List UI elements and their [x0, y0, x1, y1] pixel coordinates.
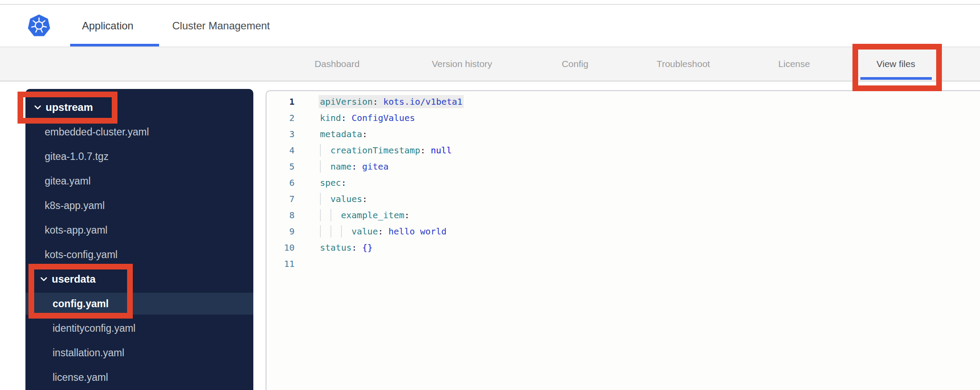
- tab-troubleshoot[interactable]: Troubleshoot: [657, 47, 710, 81]
- tree-file-kots-app[interactable]: kots-app.yaml: [25, 219, 253, 241]
- line-number: 5: [266, 161, 295, 172]
- tree-file-kots-config[interactable]: kots-config.yaml: [25, 244, 253, 266]
- tree-item-label: installation.yaml: [53, 347, 124, 359]
- app-nav: Dashboard Version history Config Trouble…: [0, 47, 980, 82]
- tab-application[interactable]: Application: [82, 5, 133, 46]
- tab-view-files[interactable]: View files: [877, 47, 915, 81]
- tree-file-k8s-app[interactable]: k8s-app.yaml: [25, 195, 253, 216]
- tree-item-label: config.yaml: [53, 298, 109, 310]
- line-number: 6: [266, 177, 295, 188]
- line-number: 9: [266, 226, 295, 237]
- code-line: 7 values:: [266, 191, 980, 207]
- tree-item-label: embedded-cluster.yaml: [45, 126, 149, 138]
- tab-license[interactable]: License: [778, 47, 810, 81]
- line-number: 8: [266, 210, 295, 220]
- tree-item-label: kots-app.yaml: [45, 224, 107, 236]
- line-number: 3: [266, 129, 295, 139]
- tab-config[interactable]: Config: [562, 47, 589, 81]
- tab-version-history[interactable]: Version history: [432, 47, 492, 81]
- chevron-down-icon: [34, 105, 41, 110]
- tree-item-label: identityconfig.yaml: [53, 323, 135, 334]
- kubernetes-logo-icon[interactable]: [27, 14, 51, 37]
- tree-item-label: upstream: [46, 101, 93, 113]
- tree-item-label: license.yaml: [53, 372, 108, 383]
- code-line: 11: [266, 255, 980, 272]
- tree-file-license[interactable]: license.yaml: [25, 366, 253, 388]
- code-line: 1 apiVersion:kots.io/v1beta1: [266, 93, 980, 110]
- chevron-down-icon: [40, 277, 47, 281]
- tree-file-config-yaml-selected[interactable]: config.yaml: [25, 293, 253, 315]
- kots-admin-console: Application Cluster Management Dashboard…: [0, 0, 980, 390]
- tree-item-label: userdata: [52, 273, 96, 285]
- tree-file-identityconfig[interactable]: identityconfig.yaml: [25, 317, 253, 339]
- code-line: 4 creationTimestamp:null: [266, 142, 980, 158]
- application-tab-underline: [70, 44, 159, 46]
- tree-folder-userdata[interactable]: userdata: [25, 268, 253, 290]
- tree-file-installation[interactable]: installation.yaml: [25, 342, 253, 364]
- file-tree: upstream embedded-cluster.yaml gitea-1.0…: [25, 89, 253, 390]
- code-line: 8 example_item:: [266, 207, 980, 223]
- top-nav: Application Cluster Management: [0, 5, 980, 47]
- code-line: 5 name:gitea: [266, 158, 980, 174]
- tree-item-label: k8s-app.yaml: [45, 200, 105, 212]
- tree-item-label: gitea.yaml: [45, 175, 91, 187]
- line-number: 11: [266, 259, 295, 269]
- line-number: 10: [266, 242, 295, 253]
- tree-file-embedded-cluster[interactable]: embedded-cluster.yaml: [25, 121, 253, 143]
- file-editor[interactable]: 1 apiVersion:kots.io/v1beta1 2 kind:Conf…: [266, 90, 980, 390]
- line-number: 1: [266, 96, 295, 107]
- line-number: 7: [266, 194, 295, 204]
- tree-file-gitea-tgz[interactable]: gitea-1.0.7.tgz: [25, 145, 253, 167]
- tree-item-label: gitea-1.0.7.tgz: [45, 151, 109, 163]
- tab-cluster-management[interactable]: Cluster Management: [172, 5, 270, 46]
- code-line: 2 kind:ConfigValues: [266, 110, 980, 126]
- code-line: 6 spec:: [266, 174, 980, 191]
- view-files-tab-underline: [860, 77, 932, 80]
- code-line: 9 value:hello world: [266, 223, 980, 239]
- tree-item-label: kots-config.yaml: [45, 249, 117, 261]
- code-line: 3 metadata:: [266, 126, 980, 142]
- tab-dashboard[interactable]: Dashboard: [315, 47, 360, 81]
- code-line: 10 status:{}: [266, 239, 980, 255]
- tree-folder-upstream[interactable]: upstream: [25, 96, 253, 118]
- line-number: 2: [266, 113, 295, 123]
- tree-file-gitea-yaml[interactable]: gitea.yaml: [25, 170, 253, 192]
- line-number: 4: [266, 145, 295, 156]
